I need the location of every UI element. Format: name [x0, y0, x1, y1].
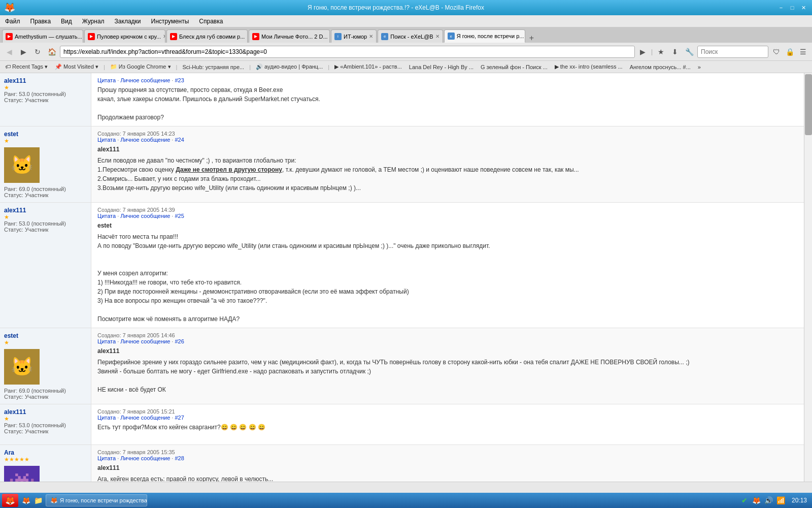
post-rank-26: Ранг: 69.0 (постоянный)	[4, 388, 87, 394]
post-stars-23: ★	[4, 84, 87, 91]
menu-bookmarks[interactable]: Закладки	[113, 17, 143, 26]
post-quote-link-24[interactable]: Цитата	[97, 137, 116, 143]
post-pm-link-24[interactable]: Личное сообщение	[120, 137, 170, 143]
post-pm-link-23[interactable]: Личное сообщение	[120, 77, 170, 83]
bookmark-separator-3: |	[249, 64, 251, 70]
tab-favicon-1: ▶	[6, 33, 13, 40]
titlebar-controls: − □ ✕	[776, 3, 808, 12]
shield-button[interactable]: 🛡	[770, 46, 783, 58]
taskbar-window-item[interactable]: 🦊 Я гоню, после встречи рождества...	[46, 494, 147, 506]
post-num-link-28[interactable]: #28	[175, 455, 184, 461]
menu-journal[interactable]: Журнал	[80, 17, 107, 26]
menu-button[interactable]: ☰	[797, 46, 809, 58]
tab-1[interactable]: ▶ Amethystium — слушать... ✕	[2, 29, 83, 43]
post-status-23: Статус: Участник	[4, 97, 87, 103]
bookmark-google-chrome[interactable]: 📁 Из Google Chrome ▾	[108, 62, 173, 71]
menu-file[interactable]: Файл	[3, 17, 22, 26]
menu-tools[interactable]: Инструменты	[149, 17, 191, 26]
tab-7[interactable]: e Я гоню, после встречи р... ✕	[444, 29, 525, 43]
bookmark-most-visited[interactable]: 📌 Most Visited ▾	[53, 62, 100, 71]
taskbar: 🦊 🦊 📁 🦊 Я гоню, после встречи рождества.…	[0, 493, 812, 508]
tab-label-2: Пуловер крючком с кру...	[97, 34, 161, 40]
tray-time: 20:13	[789, 497, 810, 504]
forward-button[interactable]: ▶	[17, 46, 29, 58]
post-num-link-27[interactable]: #27	[175, 415, 184, 421]
tray-network-icon[interactable]: 📶	[776, 496, 786, 505]
bookmark-recent-tags[interactable]: 🏷 Recent Tags ▾	[3, 62, 50, 71]
tab-close-2[interactable]: ✕	[163, 34, 165, 39]
home-button[interactable]: 🏠	[46, 46, 58, 58]
tab-2[interactable]: ▶ Пуловер крючком с кру... ✕	[84, 29, 165, 43]
post-pm-link-28[interactable]: Личное сообщение	[120, 455, 170, 461]
titlebar: 🦊 Я гоню, после встречи рождества.!? - e…	[0, 0, 812, 15]
post-text-24: alex111 Если поводов не давал "по честно…	[97, 145, 798, 193]
post-num-link-25[interactable]: #25	[175, 213, 184, 219]
scrollbar[interactable]	[804, 73, 812, 493]
bookmark-green[interactable]: G зеленый фон - Поиск ...	[479, 63, 550, 71]
back-button[interactable]: ◀	[3, 46, 15, 58]
bookmark-audio[interactable]: 🔊 аудио-видео | Франц...	[254, 62, 325, 71]
url-bar[interactable]	[60, 46, 635, 58]
bookmark-separator-4: |	[328, 64, 329, 70]
new-tab-button[interactable]: +	[526, 34, 537, 43]
post-num-link-26[interactable]: #26	[175, 338, 184, 344]
post-meta-28: Создано: 7 января 2005 15:35 Цитата · Ли…	[97, 449, 798, 461]
taskbar-explorer-icon[interactable]: 📁	[32, 495, 44, 506]
post-body-24: Создано: 7 января 2005 14:23 Цитата · Ли…	[91, 126, 804, 202]
tab-6[interactable]: e Поиск - eXeL@B ✕	[378, 29, 443, 43]
tray-firefox-icon[interactable]: 🦊	[752, 496, 761, 505]
post-quote-link-26[interactable]: Цитата	[97, 338, 116, 344]
post-author-name-25: alex111	[4, 207, 87, 214]
post-rank-23: Ранг: 53.0 (постоянный)	[4, 91, 87, 97]
post-quote-link-28[interactable]: Цитата	[97, 455, 116, 461]
addon-button[interactable]: 🔧	[683, 46, 695, 58]
post-body-23: Цитата · Личное сообщение · #23 Прошу пр…	[91, 73, 804, 126]
tab-close-3[interactable]: ✕	[247, 34, 248, 39]
bookmark-button[interactable]: ★	[655, 46, 667, 58]
post-num-link-23[interactable]: #23	[175, 77, 184, 83]
tray-volume-icon[interactable]: 🔊	[764, 496, 773, 505]
post-author-26: estet ★ 🐱 Ранг: 69.0 (постоянный) Статус…	[0, 328, 91, 404]
bookmark-ambient[interactable]: ▶ «Ambient.101» - раств...	[332, 62, 404, 71]
refresh-button[interactable]: ↻	[31, 46, 44, 58]
taskbar-ie-icon[interactable]: 🦊	[20, 495, 31, 506]
tab-favicon-4: ▶	[252, 33, 259, 40]
bookmark-xx[interactable]: ▶ the xx- intro (seamless ...	[553, 62, 625, 71]
post-pm-link-25[interactable]: Личное сообщение	[120, 213, 170, 219]
bookmark-lana[interactable]: Lana Del Rey - High By ...	[407, 63, 476, 71]
tab-close-5[interactable]: ✕	[369, 34, 373, 39]
menu-edit[interactable]: Правка	[28, 17, 53, 26]
post-meta-23: Цитата · Личное сообщение · #23	[97, 77, 798, 83]
tab-close-6[interactable]: ✕	[435, 34, 439, 39]
lock-button[interactable]: 🔒	[784, 46, 796, 58]
post-pm-link-27[interactable]: Личное сообщение	[120, 415, 170, 421]
download-button[interactable]: ⬇	[669, 46, 681, 58]
go-button[interactable]: ▶	[637, 46, 649, 58]
post-pm-link-26[interactable]: Личное сообщение	[120, 338, 170, 344]
menu-help[interactable]: Справка	[197, 17, 225, 26]
post-body-25: Создано: 7 января 2005 14:39 Цитата · Ли…	[91, 203, 804, 328]
post-quote-name-28: alex111	[97, 463, 798, 472]
bookmark-separator-1: |	[104, 64, 105, 70]
start-button[interactable]: 🦊	[2, 494, 18, 507]
menu-view[interactable]: Вид	[59, 17, 74, 26]
post-quote-link-27[interactable]: Цитата	[97, 415, 116, 421]
scrollbar-thumb[interactable]	[805, 74, 812, 135]
tab-5[interactable]: i ИТ-юмор ✕	[331, 29, 377, 43]
tab-label-4: Мои Личные Фото... 2 D...	[261, 34, 328, 40]
minimize-button[interactable]: −	[776, 3, 786, 12]
bookmark-more[interactable]: »	[696, 63, 703, 71]
tab-4[interactable]: ▶ Мои Личные Фото... 2 D... ✕	[249, 29, 330, 43]
post-quote-link-23[interactable]: Цитата	[97, 77, 116, 83]
post-quote-link-25[interactable]: Цитата	[97, 213, 116, 219]
post-num-link-24[interactable]: #24	[175, 137, 184, 143]
maximize-button[interactable]: □	[788, 3, 797, 12]
tab-3[interactable]: ▶ Блеск для губ своими р... ✕	[166, 29, 248, 43]
close-button[interactable]: ✕	[799, 3, 808, 12]
tab-label-1: Amethystium — слушать...	[15, 34, 82, 40]
bookmark-angel[interactable]: Ангелом проснусь... #...	[628, 63, 693, 71]
post-author-name-24: estet	[4, 131, 87, 138]
bookmark-scihub[interactable]: Sci-Hub: устраняя пре...	[180, 63, 246, 71]
search-input[interactable]	[697, 46, 768, 58]
tray-checkmark-icon[interactable]: ✔	[740, 496, 749, 505]
